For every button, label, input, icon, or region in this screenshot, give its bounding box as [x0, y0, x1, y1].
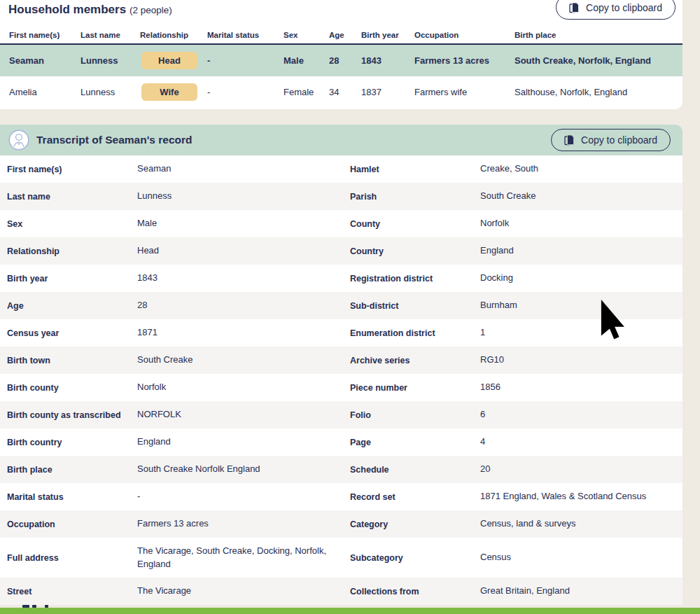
- transcript-row: First name(s)SeamanHamletCreake, South: [0, 155, 682, 183]
- cell-birth-place: Salthouse, Norfolk, England: [514, 87, 682, 97]
- field-label: Enumeration district: [350, 328, 480, 338]
- cell-sex: Male: [284, 55, 329, 66]
- field-label: Birth county: [7, 383, 137, 393]
- field-value: England: [137, 435, 350, 449]
- column-header-age: Age: [329, 31, 361, 39]
- field-value: Lunness: [137, 190, 350, 203]
- field-label: Birth year: [7, 274, 137, 284]
- field-value: England: [480, 244, 682, 258]
- field-label: Record set: [350, 492, 480, 502]
- field-value: Norfolk: [480, 217, 682, 230]
- cell-first-name: Amelia: [9, 87, 80, 97]
- transcript-section: Transcript of Seaman's record Copy to cl…: [0, 125, 682, 604]
- field-value: NORFOLK: [137, 408, 350, 421]
- field-value: Male: [137, 217, 350, 230]
- field-value: 28: [137, 299, 350, 312]
- transcript-row: Last nameLunnessParishSouth Creake: [0, 183, 682, 210]
- field-label: Registration district: [350, 274, 480, 284]
- field-value: 20: [480, 463, 682, 476]
- household-table: SeamanLunnessHead-Male281843Farmers 13 a…: [0, 45, 682, 108]
- field-value: South Creake Norfolk England: [137, 463, 350, 476]
- cell-marital-status: -: [207, 87, 284, 97]
- transcript-copy-button[interactable]: Copy to clipboard: [551, 129, 671, 151]
- field-value: South Creake: [480, 190, 682, 203]
- copy-icon: [569, 2, 580, 13]
- transcript-row: Birth year1843Registration districtDocki…: [0, 265, 682, 292]
- field-value: 1856: [480, 381, 682, 394]
- field-value: Seaman: [137, 162, 350, 176]
- cell-marital-status: -: [207, 55, 284, 66]
- column-header-first-name-s-: First name(s): [9, 31, 80, 39]
- field-label: Parish: [350, 192, 480, 202]
- field-label: Last name: [7, 192, 137, 202]
- field-label: County: [350, 219, 480, 229]
- field-label: Birth country: [7, 438, 137, 447]
- cell-occupation: Farmers wife: [414, 87, 514, 97]
- field-value: 6: [480, 408, 682, 421]
- field-label: Country: [350, 246, 480, 256]
- transcript-row: Census year1871Enumeration district1: [0, 319, 682, 347]
- household-card-header: Household members (2 people) Copy to cli…: [0, 0, 682, 27]
- field-value: 1871: [137, 326, 350, 340]
- cell-sex: Female: [284, 87, 329, 97]
- field-label: Subcategory: [350, 553, 480, 563]
- field-label: Category: [350, 519, 480, 529]
- field-label: Piece number: [350, 383, 480, 393]
- field-label: First name(s): [7, 165, 137, 174]
- cell-birth-year: 1843: [361, 55, 414, 66]
- field-value: Farmers 13 acres: [137, 517, 350, 531]
- field-value: Creake, South: [480, 162, 682, 176]
- field-label: Page: [350, 438, 480, 447]
- cell-relationship: Wife: [140, 83, 207, 101]
- field-label: Hamlet: [350, 165, 480, 174]
- transcript-row: Birth townSouth CreakeArchive seriesRG10: [0, 347, 682, 374]
- field-label: Full address: [7, 553, 137, 563]
- column-header-relationship: Relationship: [140, 31, 207, 39]
- column-header-birth-year: Birth year: [361, 31, 414, 39]
- cell-occupation: Farmers 13 acres: [414, 55, 514, 66]
- field-label: Sex: [7, 219, 137, 229]
- field-value: Great Britain, England: [480, 585, 682, 598]
- column-header-occupation: Occupation: [414, 31, 514, 39]
- transcript-row: SexMaleCountyNorfolk: [0, 210, 682, 237]
- transcript-row: Age28Sub-districtBurnham: [0, 292, 682, 319]
- field-label: Age: [7, 301, 137, 311]
- column-header-birth-place: Birth place: [514, 31, 682, 39]
- field-label: Street: [7, 587, 137, 596]
- cell-relationship: Head: [140, 52, 207, 69]
- field-value: South Creake: [137, 354, 350, 367]
- field-value: Census, land & surveys: [480, 517, 682, 531]
- cell-first-name: Seaman: [9, 55, 80, 66]
- footer-green-bar: [0, 608, 700, 614]
- field-value: RG10: [480, 354, 682, 367]
- field-label: Birth county as transcribed: [7, 410, 137, 420]
- cell-birth-place: South Creake, Norfolk, England: [514, 55, 682, 66]
- field-value: 1843: [137, 272, 350, 285]
- field-label: Archive series: [350, 356, 480, 365]
- field-value: Head: [137, 244, 350, 258]
- field-label: Birth town: [7, 356, 137, 365]
- household-title-text: Household members: [8, 3, 126, 16]
- field-value: 4: [480, 435, 682, 449]
- field-label: Schedule: [350, 465, 480, 475]
- field-label: Sub-district: [350, 301, 480, 311]
- household-copy-button[interactable]: Copy to clipboard: [556, 0, 676, 20]
- household-copy-label: Copy to clipboard: [586, 2, 662, 13]
- transcript-row: Marital status-Record set1871 England, W…: [0, 483, 682, 510]
- field-label: Census year: [7, 328, 137, 338]
- cell-last-name: Lunness: [80, 55, 140, 66]
- household-count: (2 people): [130, 5, 172, 15]
- household-member-row[interactable]: AmeliaLunnessWife-Female341837Farmers wi…: [0, 76, 682, 108]
- field-label: Marital status: [7, 492, 137, 502]
- household-members-section: Household members (2 people) Copy to cli…: [0, 0, 682, 109]
- field-value: Census: [480, 551, 682, 564]
- relationship-badge: Head: [141, 52, 197, 69]
- field-label: Collections from: [350, 587, 480, 596]
- column-header-last-name: Last name: [80, 31, 140, 39]
- field-value: 1871 England, Wales & Scotland Census: [480, 490, 682, 503]
- household-member-row[interactable]: SeamanLunnessHead-Male281843Farmers 13 a…: [0, 45, 682, 76]
- avatar-icon: [8, 130, 29, 151]
- transcript-row: Birth county as transcribedNORFOLKFolio6: [0, 401, 682, 428]
- transcript-row: Birth countryEnglandPage4: [0, 428, 682, 456]
- transcript-row: Full addressThe Vicarage, South Creake, …: [0, 538, 682, 578]
